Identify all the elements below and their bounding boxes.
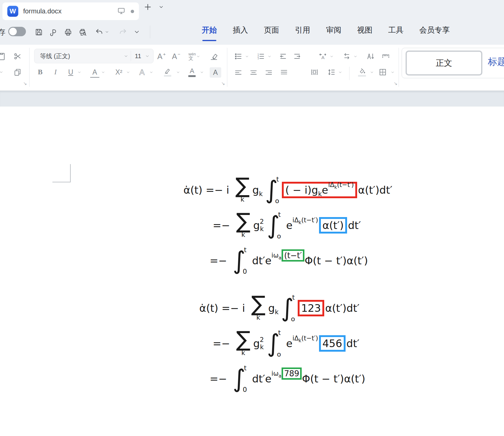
distribute-button[interactable]	[308, 66, 321, 78]
pinyin-guide-button[interactable]: wén文	[186, 50, 202, 62]
formula-text: =−	[213, 219, 233, 231]
paste-chevron-icon[interactable]	[0, 66, 7, 78]
char-shading-button[interactable]: A	[210, 67, 221, 78]
formula-text: α̇(t) =− i	[183, 184, 232, 196]
undo-chevron-icon[interactable]	[104, 27, 110, 37]
strikethrough-button[interactable]: A	[90, 67, 99, 78]
style-heading[interactable]: 标题	[488, 55, 504, 68]
bullet-list-button[interactable]	[232, 50, 244, 62]
text-effects-chevron-icon[interactable]	[148, 66, 154, 78]
italic-button[interactable]: I	[49, 66, 62, 78]
ribbon-toolbar: ↘ 等线 (正文) 11 A+ A− wén文 B I U A X² A	[0, 45, 504, 90]
align-left-button[interactable]	[232, 66, 244, 78]
underline-chevron-icon[interactable]	[76, 66, 82, 78]
highlight-color-swatch	[164, 75, 171, 77]
highlight-color-button[interactable]	[161, 66, 174, 78]
line-spacing-button[interactable]	[325, 66, 338, 78]
highlight-chevron-icon[interactable]	[175, 66, 181, 78]
new-tab-button[interactable]	[143, 2, 153, 12]
integral: ∫to	[281, 293, 296, 323]
subscript: k	[299, 338, 301, 343]
paragraph-expander-icon[interactable]: ↘	[394, 81, 398, 86]
font-name-combo[interactable]: 等线 (正文) 11	[34, 49, 154, 63]
copy-button[interactable]	[12, 66, 24, 78]
document-title: formula.docx	[23, 7, 117, 15]
export-pdf-button[interactable]	[48, 27, 59, 37]
clipboard-expander-icon[interactable]: ↘	[23, 81, 27, 86]
text-direction-button[interactable]	[341, 50, 353, 62]
quickbar-more-chevron-icon[interactable]	[132, 27, 142, 37]
document-page[interactable]: α̇(t) =− i ∑kgk∫to( − i)gkeiΔk(t−t′)α(t′…	[0, 107, 504, 436]
quick-access-toolbar: 存	[0, 25, 201, 39]
tab-3[interactable]: 引用	[295, 25, 310, 41]
tab-7[interactable]: 会员专享	[419, 25, 450, 41]
divider	[349, 67, 350, 80]
bullet-chevron-icon[interactable]	[244, 50, 250, 62]
integral: ∫to	[267, 210, 282, 240]
shading-button[interactable]	[355, 66, 369, 78]
justify-button[interactable]	[278, 66, 290, 78]
decrease-indent-button[interactable]	[277, 50, 289, 62]
underline-button[interactable]: U	[65, 66, 76, 78]
borders-chevron-icon[interactable]	[389, 66, 396, 78]
font-color-button[interactable]: A	[185, 66, 199, 78]
align-center-button[interactable]	[247, 66, 260, 78]
formula-line: =− ∫t0 dt′eiωa789Φ(t − t′)α(t′)	[210, 361, 392, 396]
paste-button[interactable]	[0, 50, 7, 62]
undo-button[interactable]	[94, 27, 104, 37]
bold-button[interactable]: B	[34, 66, 46, 78]
redo-button	[118, 27, 128, 37]
tab-1[interactable]: 插入	[233, 25, 248, 41]
char-scale-button[interactable]: A	[317, 50, 329, 62]
increase-indent-button[interactable]	[291, 50, 303, 62]
formula-text: =−	[210, 255, 230, 267]
document-tab[interactable]: W formula.docx	[2, 2, 139, 20]
superscript: iωa	[272, 370, 282, 377]
char-scale-chevron-icon[interactable]	[328, 50, 335, 62]
sort-button[interactable]	[364, 50, 377, 62]
numbered-list-button[interactable]: 123	[255, 50, 267, 62]
red-annotation-box: 123	[298, 300, 324, 316]
tab-list-chevron-icon[interactable]	[156, 2, 166, 12]
formula-text: iω	[272, 252, 279, 259]
svg-text:3: 3	[257, 57, 259, 60]
tab-4[interactable]: 审阅	[326, 25, 341, 41]
align-right-button[interactable]	[263, 66, 275, 78]
text-effects-button[interactable]: A	[136, 66, 148, 78]
formula-area: α̇(t) =− i ∑kgk∫to( − i)gkeiΔk(t−t′)α(t′…	[183, 172, 392, 409]
autosave-toggle[interactable]	[8, 27, 26, 36]
formula-group: α̇(t) =− i ∑kgk∫to123α(t′)dt′=− ∑kg2k∫to…	[183, 290, 392, 396]
borders-button[interactable]	[376, 66, 389, 78]
font-size-value[interactable]: 11	[131, 53, 145, 60]
blue-annotation-box: α(t′)	[319, 217, 347, 234]
formula-text: g	[253, 337, 260, 350]
shading-chevron-icon[interactable]	[369, 66, 375, 78]
shrink-font-button[interactable]: A−	[169, 50, 183, 62]
superscript-chevron-icon[interactable]	[125, 66, 131, 78]
formula-group: α̇(t) =− i ∑kgk∫to( − i)gkeiΔk(t−t′)α(t′…	[183, 172, 392, 278]
save-button[interactable]	[34, 27, 44, 37]
text-direction-chevron-icon[interactable]	[352, 50, 358, 62]
subscript: a	[279, 255, 281, 261]
font-color-chevron-icon[interactable]	[199, 66, 205, 78]
cut-button[interactable]	[12, 50, 24, 62]
print-button[interactable]	[63, 27, 73, 37]
strikethrough-chevron-icon[interactable]	[100, 66, 106, 78]
tab-2[interactable]: 页面	[264, 25, 279, 41]
superscript-button[interactable]: X²	[112, 66, 126, 78]
clear-format-button[interactable]	[207, 50, 221, 62]
numbered-chevron-icon[interactable]	[266, 50, 272, 62]
tab-6[interactable]: 工具	[388, 25, 403, 41]
style-body[interactable]: 正文	[406, 51, 482, 76]
line-spacing-chevron-icon[interactable]	[337, 66, 343, 78]
print-preview-button[interactable]	[77, 27, 88, 37]
tab-active-0[interactable]: 开始	[202, 25, 217, 41]
grow-font-button[interactable]: A+	[155, 50, 168, 62]
font-expander-icon[interactable]: ↘	[221, 81, 225, 86]
formula-text: e	[283, 337, 293, 350]
tab-5[interactable]: 视图	[357, 25, 372, 41]
font-name-chevron-icon	[124, 54, 128, 58]
formula-text: iΔ	[328, 181, 334, 188]
styles-gallery: 正文 标题	[402, 48, 504, 78]
show-marks-button[interactable]	[379, 50, 392, 62]
